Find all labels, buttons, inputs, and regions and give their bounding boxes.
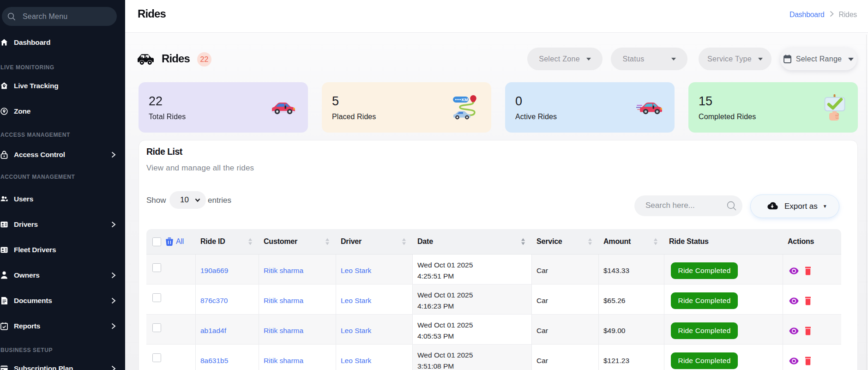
svg-text:KM: KM [462,97,468,102]
